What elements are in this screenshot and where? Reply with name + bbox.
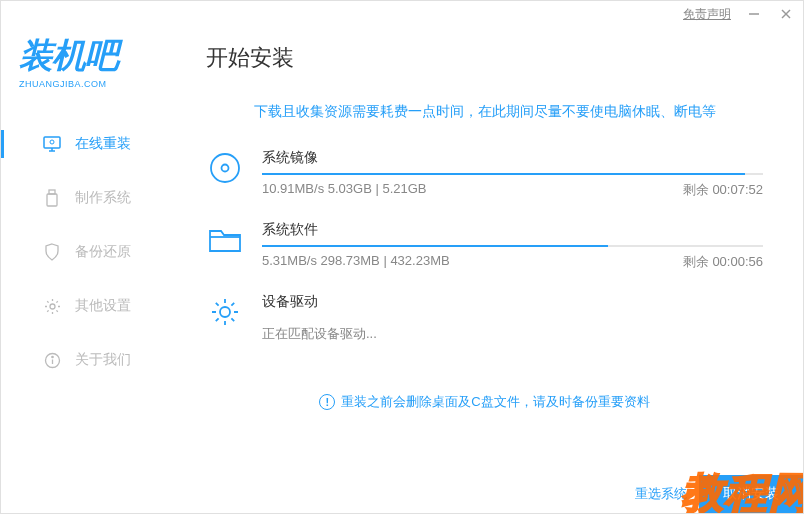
sidebar-item-label: 备份还原 <box>75 243 131 261</box>
svg-point-13 <box>211 154 239 182</box>
shield-icon <box>43 243 61 261</box>
sidebar: 装机吧 ZHUANGJIBA.COM 在线重装 制作系统 备份还原 <box>1 27 176 513</box>
alert-icon: ! <box>319 394 335 410</box>
svg-rect-8 <box>47 194 57 206</box>
minimize-button[interactable] <box>745 5 763 23</box>
warning-banner: ! 重装之前会删除桌面及C盘文件，请及时备份重要资料 <box>206 393 763 411</box>
confirm-button[interactable]: 取消安装 <box>699 475 803 513</box>
download-item-software: 系统软件 5.31MB/s 298.73MB | 432.23MB 剩余 00:… <box>206 221 763 271</box>
folder-icon <box>206 221 244 259</box>
notice-text: 下载且收集资源需要耗费一点时间，在此期间尽量不要使电脑休眠、断电等 <box>206 103 763 121</box>
logo: 装机吧 ZHUANGJIBA.COM <box>1 33 176 117</box>
download-item-drivers: 设备驱动 正在匹配设备驱动... <box>206 293 763 343</box>
info-icon <box>43 351 61 369</box>
gear-icon <box>43 297 61 315</box>
progress-bar <box>262 245 763 247</box>
svg-point-14 <box>222 165 229 172</box>
logo-subtext: ZHUANGJIBA.COM <box>19 79 164 89</box>
sidebar-item-label: 其他设置 <box>75 297 131 315</box>
sidebar-item-settings[interactable]: 其他设置 <box>1 279 176 333</box>
svg-point-16 <box>220 307 230 317</box>
download-title: 系统镜像 <box>262 149 763 167</box>
download-stats: 10.91MB/s 5.03GB | 5.21GB <box>262 181 427 199</box>
warning-text: 重装之前会删除桌面及C盘文件，请及时备份重要资料 <box>341 393 649 411</box>
svg-point-9 <box>50 304 55 309</box>
progress-bar <box>262 173 763 175</box>
download-title: 系统软件 <box>262 221 763 239</box>
disc-icon <box>206 149 244 187</box>
monitor-icon <box>43 135 61 153</box>
sidebar-item-backup[interactable]: 备份还原 <box>1 225 176 279</box>
svg-point-12 <box>51 356 52 357</box>
download-remaining: 剩余 00:00:56 <box>683 253 763 271</box>
gear-icon <box>206 293 244 331</box>
driver-status: 正在匹配设备驱动... <box>262 325 763 343</box>
logo-text: 装机吧 <box>19 33 164 79</box>
svg-rect-3 <box>44 137 60 148</box>
download-title: 设备驱动 <box>262 293 763 311</box>
download-item-image: 系统镜像 10.91MB/s 5.03GB | 5.21GB 剩余 00:07:… <box>206 149 763 199</box>
main-content: 开始安装 下载且收集资源需要耗费一点时间，在此期间尽量不要使电脑休眠、断电等 系… <box>176 27 803 513</box>
disclaimer-link[interactable]: 免责声明 <box>683 6 731 23</box>
sidebar-item-create[interactable]: 制作系统 <box>1 171 176 225</box>
download-remaining: 剩余 00:07:52 <box>683 181 763 199</box>
usb-icon <box>43 189 61 207</box>
close-button[interactable] <box>777 5 795 23</box>
sidebar-item-about[interactable]: 关于我们 <box>1 333 176 387</box>
sidebar-item-label: 在线重装 <box>75 135 131 153</box>
page-title: 开始安装 <box>206 43 763 73</box>
download-stats: 5.31MB/s 298.73MB | 432.23MB <box>262 253 450 271</box>
sidebar-item-reinstall[interactable]: 在线重装 <box>1 117 176 171</box>
reselect-link[interactable]: 重选系统 <box>635 485 687 503</box>
svg-point-6 <box>50 140 54 144</box>
sidebar-item-label: 关于我们 <box>75 351 131 369</box>
sidebar-item-label: 制作系统 <box>75 189 131 207</box>
